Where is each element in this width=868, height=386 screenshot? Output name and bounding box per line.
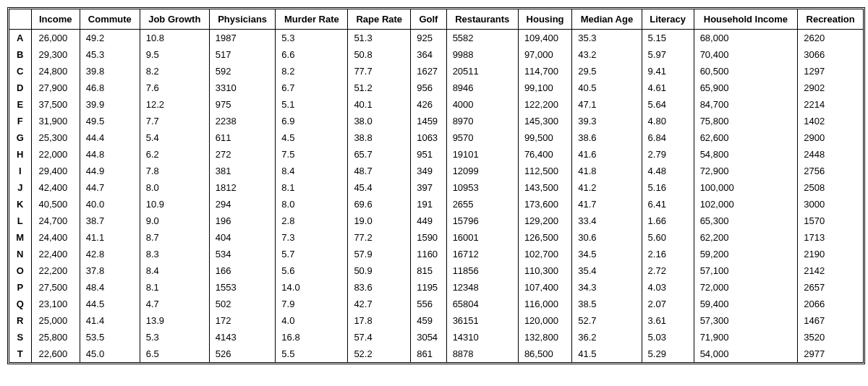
cell: 5.60 xyxy=(642,229,694,246)
cell: 72,000 xyxy=(694,279,798,296)
cell: 4143 xyxy=(209,329,276,346)
cell: 30.6 xyxy=(572,229,642,246)
cell: 44.8 xyxy=(80,146,140,163)
cell: 10.8 xyxy=(140,30,209,47)
column-header: Rape Rate xyxy=(348,9,411,30)
row-label: F xyxy=(9,113,31,129)
row-label: C xyxy=(9,63,31,80)
cell: 27,500 xyxy=(31,279,80,296)
cell: 1063 xyxy=(411,129,446,146)
cell: 173,600 xyxy=(518,196,571,213)
table-row: P27,50048.48.1155314.083.6119512348107,4… xyxy=(9,279,863,296)
cell: 3.61 xyxy=(642,312,694,329)
cell: 8970 xyxy=(446,113,518,129)
cell: 6.2 xyxy=(140,146,209,163)
cell: 1402 xyxy=(798,113,863,129)
data-table: IncomeCommuteJob GrowthPhysiciansMurder … xyxy=(9,9,863,362)
cell: 9988 xyxy=(446,46,518,63)
cell: 8878 xyxy=(446,346,518,362)
cell: 6.6 xyxy=(276,46,348,63)
cell: 2657 xyxy=(798,279,863,296)
cell: 1297 xyxy=(798,63,863,80)
cell: 1627 xyxy=(411,63,446,80)
cell: 19.0 xyxy=(348,213,411,229)
cell: 86,500 xyxy=(518,346,571,362)
cell: 24,700 xyxy=(31,213,80,229)
table-row: I29,40044.97.83818.448.734912099112,5004… xyxy=(9,163,863,179)
cell: 14310 xyxy=(446,329,518,346)
cell: 40.0 xyxy=(80,196,140,213)
cell: 7.8 xyxy=(140,163,209,179)
cell: 57,300 xyxy=(694,312,798,329)
cell: 129,200 xyxy=(518,213,571,229)
table-row: R25,00041.413.91724.017.845936151120,000… xyxy=(9,312,863,329)
cell: 1467 xyxy=(798,312,863,329)
cell: 364 xyxy=(411,46,446,63)
table-row: S25,80053.55.3414316.857.4305414310132,8… xyxy=(9,329,863,346)
cell: 45.0 xyxy=(80,346,140,362)
cell: 45.3 xyxy=(80,46,140,63)
cell: 77.2 xyxy=(348,229,411,246)
cell: 2214 xyxy=(798,96,863,113)
cell: 5.5 xyxy=(276,346,348,362)
row-label: I xyxy=(9,163,31,179)
cell: 381 xyxy=(209,163,276,179)
cell: 35.3 xyxy=(572,30,642,47)
cell: 2900 xyxy=(798,129,863,146)
column-header: Housing xyxy=(518,9,571,30)
cell: 1553 xyxy=(209,279,276,296)
column-header: Income xyxy=(31,9,80,30)
cell: 22,000 xyxy=(31,146,80,163)
cell: 50.9 xyxy=(348,262,411,279)
cell: 69.6 xyxy=(348,196,411,213)
table-row: E37,50039.912.29755.140.14264000122,2004… xyxy=(9,96,863,113)
cell: 10.9 xyxy=(140,196,209,213)
cell: 4000 xyxy=(446,96,518,113)
cell: 109,400 xyxy=(518,30,571,47)
cell: 41.4 xyxy=(80,312,140,329)
cell: 38.7 xyxy=(80,213,140,229)
cell: 47.1 xyxy=(572,96,642,113)
cell: 116,000 xyxy=(518,296,571,312)
cell: 39.3 xyxy=(572,113,642,129)
cell: 1570 xyxy=(798,213,863,229)
cell: 7.9 xyxy=(276,296,348,312)
cell: 114,700 xyxy=(518,63,571,80)
cell: 51.2 xyxy=(348,80,411,96)
cell: 6.84 xyxy=(642,129,694,146)
cell: 2238 xyxy=(209,113,276,129)
row-label: T xyxy=(9,346,31,362)
cell: 9570 xyxy=(446,129,518,146)
cell: 2620 xyxy=(798,30,863,47)
cell: 26,000 xyxy=(31,30,80,47)
row-label: E xyxy=(9,96,31,113)
cell: 62,600 xyxy=(694,129,798,146)
cell: 502 xyxy=(209,296,276,312)
cell: 2448 xyxy=(798,146,863,163)
cell: 43.2 xyxy=(572,46,642,63)
table-row: T22,60045.06.55265.552.2861887886,50041.… xyxy=(9,346,863,362)
cell: 6.5 xyxy=(140,346,209,362)
column-header: Job Growth xyxy=(140,9,209,30)
cell: 126,500 xyxy=(518,229,571,246)
table-row: A26,00049.210.819875.351.39255582109,400… xyxy=(9,30,863,47)
table-header-row: IncomeCommuteJob GrowthPhysiciansMurder … xyxy=(9,9,863,30)
cell: 42.7 xyxy=(348,296,411,312)
cell: 50.8 xyxy=(348,46,411,63)
cell: 7.6 xyxy=(140,80,209,96)
cell: 41.7 xyxy=(572,196,642,213)
cell: 38.6 xyxy=(572,129,642,146)
cell: 196 xyxy=(209,213,276,229)
cell: 120,000 xyxy=(518,312,571,329)
cell: 592 xyxy=(209,63,276,80)
cell: 5.15 xyxy=(642,30,694,47)
cell: 72,900 xyxy=(694,163,798,179)
row-label: R xyxy=(9,312,31,329)
cell: 107,400 xyxy=(518,279,571,296)
cell: 8.3 xyxy=(140,246,209,262)
cell: 84,700 xyxy=(694,96,798,113)
cell: 44.9 xyxy=(80,163,140,179)
column-header: Median Age xyxy=(572,9,642,30)
cell: 145,300 xyxy=(518,113,571,129)
cell: 49.2 xyxy=(80,30,140,47)
